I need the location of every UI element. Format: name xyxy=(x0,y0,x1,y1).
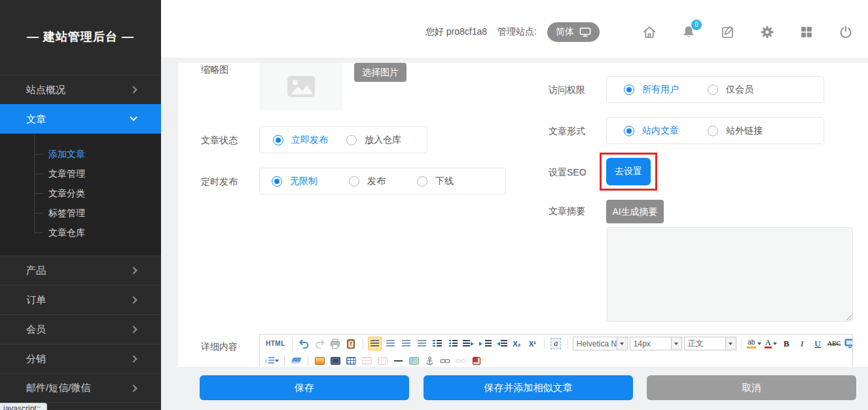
fontname-select[interactable]: Helvetica N xyxy=(573,337,628,350)
sidebar-item-order[interactable]: 订单 xyxy=(0,285,161,314)
choose-image-button[interactable]: 选择图片 xyxy=(354,63,407,82)
font-color-icon[interactable]: A xyxy=(764,337,778,350)
save-and-add-similar-button[interactable]: 保存并添加相似文章 xyxy=(424,375,633,400)
radio-publish-time[interactable]: 发布 xyxy=(349,176,386,187)
image-icon[interactable] xyxy=(313,354,327,367)
underline-icon[interactable]: U xyxy=(811,337,825,350)
unlink-icon[interactable] xyxy=(454,354,468,367)
radio-to-warehouse[interactable]: 放入仓库 xyxy=(346,134,401,146)
paragraph-select[interactable]: 正文 xyxy=(684,337,736,350)
edit-icon[interactable] xyxy=(720,24,736,40)
cancel-button[interactable]: 取消 xyxy=(647,375,856,400)
apps-grid-icon[interactable] xyxy=(799,24,814,40)
bold-icon[interactable]: B xyxy=(780,337,793,350)
horizontal-rule-icon[interactable] xyxy=(391,354,405,367)
gear-icon[interactable] xyxy=(759,24,775,40)
seo-setup-button[interactable]: 去设置 xyxy=(606,158,651,185)
unordered-list-icon[interactable] xyxy=(446,337,460,350)
redo-icon[interactable] xyxy=(313,337,327,350)
map-icon[interactable] xyxy=(407,354,421,367)
indent-decrease-icon[interactable] xyxy=(494,337,508,350)
fontsize-select[interactable]: 14px xyxy=(630,337,682,350)
seo-label: 设置SEO xyxy=(549,167,587,179)
user-greeting: 您好 pro8cf1a8 xyxy=(425,26,487,38)
radio-offline-time[interactable]: 下线 xyxy=(417,176,454,187)
submenu-item-article-manage[interactable]: 文章管理 xyxy=(0,164,161,183)
toolbar-separator xyxy=(544,339,545,349)
html-source-icon[interactable]: HTML xyxy=(264,337,287,350)
fullscreen-icon[interactable] xyxy=(843,337,853,350)
scheduled-publish-label: 定时发布 xyxy=(201,176,238,188)
link-icon[interactable] xyxy=(439,354,452,367)
align-right-icon[interactable] xyxy=(399,337,413,350)
toolbar-separator xyxy=(568,339,568,349)
footer-action-bar: 保存 保存并添加相似文章 取消 xyxy=(161,367,868,410)
image-placeholder-icon xyxy=(287,75,316,98)
sidebar-item-member[interactable]: 会员 xyxy=(0,314,161,344)
radio-members-only[interactable]: 仅会员 xyxy=(708,84,753,96)
col-delete-icon[interactable] xyxy=(376,354,389,367)
first-line-indent-icon[interactable] xyxy=(462,337,477,350)
manage-site-label: 管理站点: xyxy=(497,26,537,38)
sidebar-item-article[interactable]: 文章 xyxy=(0,104,161,134)
chevron-right-icon xyxy=(130,355,137,362)
chevron-right-icon xyxy=(130,326,137,333)
summary-textarea[interactable] xyxy=(607,227,853,322)
undo-icon[interactable] xyxy=(297,337,311,350)
indent-increase-icon[interactable] xyxy=(479,337,492,350)
italic-icon[interactable]: I xyxy=(795,337,809,350)
chevron-right-icon xyxy=(130,296,137,303)
radio-publish-now[interactable]: 立即发布 xyxy=(273,134,328,146)
thumbnail-preview[interactable] xyxy=(259,63,342,110)
submenu-item-article-category[interactable]: 文章分类 xyxy=(0,183,161,203)
anchor-a-icon[interactable]: a xyxy=(549,337,563,350)
ai-generate-summary-button[interactable]: AI生成摘要 xyxy=(606,200,664,223)
align-center-icon[interactable] xyxy=(384,337,397,350)
language-switch-button[interactable]: 简体 xyxy=(547,22,600,42)
radio-no-limit[interactable]: 无限制 xyxy=(272,176,317,187)
radio-selected-icon xyxy=(272,176,282,187)
submenu-item-article-warehouse[interactable]: 文章仓库 xyxy=(0,223,161,242)
print-icon[interactable] xyxy=(329,337,342,350)
sidebar-item-distribution[interactable]: 分销 xyxy=(0,344,161,373)
word-import-icon[interactable] xyxy=(470,354,484,367)
scheduled-publish-group: 无限制 发布 下线 xyxy=(259,168,506,195)
article-status-label: 文章状态 xyxy=(201,135,238,147)
paste-as-text-icon[interactable] xyxy=(344,337,358,350)
sidebar: — 建站管理后台 — 站点概况 文章 添加文章 文章管理 文章分类 标签管理 文… xyxy=(0,0,161,410)
eraser-icon[interactable] xyxy=(289,354,303,367)
app-title: — 建站管理后台 — xyxy=(0,29,161,45)
save-button[interactable]: 保存 xyxy=(200,375,409,400)
sidebar-item-mail-sms-wechat[interactable]: 邮件/短信/微信 xyxy=(0,373,161,403)
anchor-icon[interactable] xyxy=(423,354,437,367)
sidebar-item-product[interactable]: 产品 xyxy=(0,255,161,285)
strikethrough-icon[interactable]: ABC xyxy=(827,337,842,350)
submenu-item-tag-manage[interactable]: 标签管理 xyxy=(0,203,161,223)
radio-unselected-icon xyxy=(417,176,427,187)
row-delete-icon[interactable] xyxy=(360,354,374,367)
subscript-icon[interactable]: X₂ xyxy=(510,337,524,350)
align-left-icon[interactable] xyxy=(368,337,382,350)
radio-external-link[interactable]: 站外链接 xyxy=(708,125,763,137)
access-permission-group: 所有用户 仅会员 xyxy=(606,76,824,103)
highlight-color-icon[interactable]: ab xyxy=(746,337,762,350)
video-icon[interactable] xyxy=(329,354,342,367)
align-justify-icon[interactable] xyxy=(415,337,429,350)
table-icon[interactable] xyxy=(344,354,358,367)
toolbar-separator xyxy=(308,356,308,366)
line-height-icon[interactable]: ↕ xyxy=(264,354,280,367)
radio-onsite-article[interactable]: 站内文章 xyxy=(624,125,679,137)
bell-icon[interactable]: 0 xyxy=(681,24,696,40)
article-form-group: 站内文章 站外链接 xyxy=(606,117,824,144)
radio-unselected-icon xyxy=(349,176,359,187)
sidebar-item-site-overview[interactable]: 站点概况 xyxy=(0,75,161,104)
submenu-item-add-article[interactable]: 添加文章 xyxy=(0,144,161,164)
ordered-list-icon[interactable] xyxy=(431,337,444,350)
home-icon[interactable] xyxy=(642,24,657,40)
toolbar-separator xyxy=(284,356,285,366)
superscript-icon[interactable]: X² xyxy=(526,337,539,350)
power-icon[interactable] xyxy=(838,24,854,40)
radio-all-users[interactable]: 所有用户 xyxy=(624,84,679,96)
toolbar-separator xyxy=(741,339,742,349)
article-submenu: 添加文章 文章管理 文章分类 标签管理 文章仓库 xyxy=(0,134,161,255)
